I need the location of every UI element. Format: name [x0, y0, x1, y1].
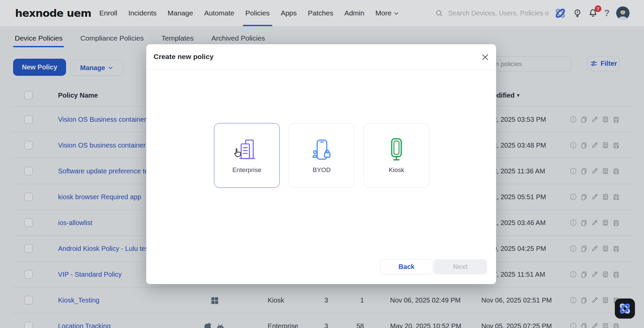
option-label: Kiosk	[389, 166, 404, 174]
back-button[interactable]: Back	[380, 259, 433, 274]
kiosk-stand-icon	[383, 138, 410, 163]
knot-logo-icon	[618, 302, 632, 316]
modal-title: Create new policy	[154, 53, 214, 61]
close-button[interactable]	[480, 52, 490, 62]
option-enterprise[interactable]: Enterprise	[214, 123, 280, 188]
next-button-disabled[interactable]: Next	[434, 259, 487, 274]
enterprise-buildings-icon	[233, 138, 260, 163]
option-kiosk[interactable]: Kiosk	[364, 123, 429, 188]
byod-phone-icon	[308, 138, 335, 163]
create-policy-modal: Create new policy	[146, 44, 496, 284]
option-byod[interactable]: BYOD	[289, 123, 355, 188]
support-chat-widget[interactable]	[615, 298, 635, 319]
option-label: Enterprise	[232, 166, 262, 174]
hexnode-uem-app: hexnode uem Enroll Incidents Manage Auto…	[0, 0, 644, 328]
close-icon	[482, 54, 488, 60]
option-label: BYOD	[313, 166, 331, 174]
modal-header: Create new policy	[146, 44, 496, 69]
policy-type-options: Enterprise BYOD	[214, 123, 429, 188]
